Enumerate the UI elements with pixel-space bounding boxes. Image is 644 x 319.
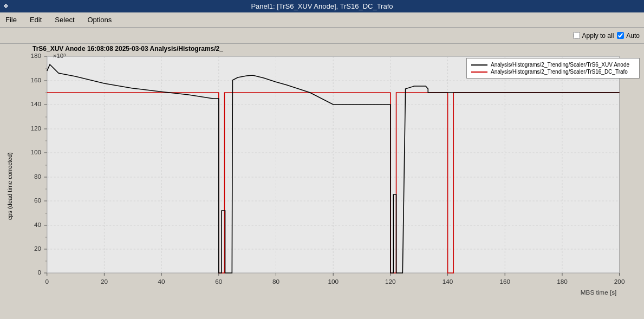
svg-text:100: 100 — [30, 149, 41, 155]
svg-text:40: 40 — [34, 222, 41, 228]
apply-to-all-checkbox[interactable] — [573, 32, 580, 39]
menu-select[interactable]: Select — [53, 15, 76, 25]
svg-text:40: 40 — [158, 278, 165, 285]
svg-text:60: 60 — [34, 197, 41, 204]
svg-text:×10³: ×10³ — [53, 54, 66, 59]
svg-text:MBS time [s]: MBS time [s] — [581, 289, 616, 296]
svg-text:200: 200 — [614, 278, 625, 285]
menu-options[interactable]: Options — [86, 15, 114, 25]
legend-item-black: Analysis/Histograms/2_Trending/Scaler/Tr… — [471, 62, 635, 68]
legend-label-black: Analysis/Histograms/2_Trending/Scaler/Tr… — [491, 62, 629, 68]
menu-bar: File Edit Select Options — [0, 12, 644, 28]
apply-to-all-label[interactable]: Apply to all — [582, 32, 614, 40]
svg-text:160: 160 — [499, 278, 510, 285]
svg-text:140: 140 — [30, 101, 41, 107]
legend-line-red — [471, 71, 487, 73]
svg-text:80: 80 — [34, 173, 41, 180]
auto-label[interactable]: Auto — [626, 32, 640, 40]
svg-text:20: 20 — [101, 278, 108, 285]
title-bar: ❖ Panel1: [TrS6_XUV Anode], TrS16_DC_Tra… — [0, 0, 644, 12]
auto-checkbox[interactable] — [617, 32, 624, 39]
chart-inner: Analysis/Histograms/2_Trending/Scaler/Tr… — [15, 54, 640, 319]
svg-text:80: 80 — [272, 278, 279, 285]
svg-text:0: 0 — [38, 269, 42, 276]
menu-file[interactable]: File — [3, 15, 19, 25]
legend-line-black — [471, 64, 487, 66]
svg-text:140: 140 — [443, 278, 453, 285]
legend-item-red: Analysis/Histograms/2_Trending/Scaler/Tr… — [471, 69, 635, 75]
legend-box: Analysis/Histograms/2_Trending/Scaler/Tr… — [466, 58, 640, 79]
legend-label-red: Analysis/Histograms/2_Trending/Scaler/Tr… — [491, 69, 628, 75]
svg-text:160: 160 — [30, 77, 41, 83]
svg-text:120: 120 — [30, 125, 41, 132]
svg-text:120: 120 — [385, 278, 396, 285]
chart-title: TrS6_XUV Anode 16:08:08 2025-03-03 Analy… — [0, 44, 644, 54]
window-icon: ❖ — [3, 3, 9, 10]
chart-title-text: TrS6_XUV Anode 16:08:08 2025-03-03 Analy… — [32, 45, 223, 53]
auto-container: Auto — [617, 32, 640, 40]
apply-to-all-container: Apply to all — [573, 32, 614, 40]
toolbar: Apply to all Auto — [0, 28, 644, 44]
svg-text:20: 20 — [34, 245, 41, 252]
svg-text:180: 180 — [30, 54, 41, 59]
svg-text:60: 60 — [215, 278, 222, 285]
title-text: Panel1: [TrS6_XUV Anode], TrS16_DC_Trafo — [251, 2, 393, 10]
svg-text:0: 0 — [45, 278, 49, 285]
svg-text:100: 100 — [328, 278, 339, 285]
chart-svg: 0 20 40 60 80 100 120 140 160 180 ×10³ 0… — [15, 54, 640, 297]
menu-edit[interactable]: Edit — [28, 15, 44, 25]
svg-text:180: 180 — [557, 278, 568, 285]
chart-area: cps (dead time corrected) Analysis/Histo… — [0, 54, 644, 319]
y-axis-label: cps (dead time corrected) — [4, 54, 15, 319]
